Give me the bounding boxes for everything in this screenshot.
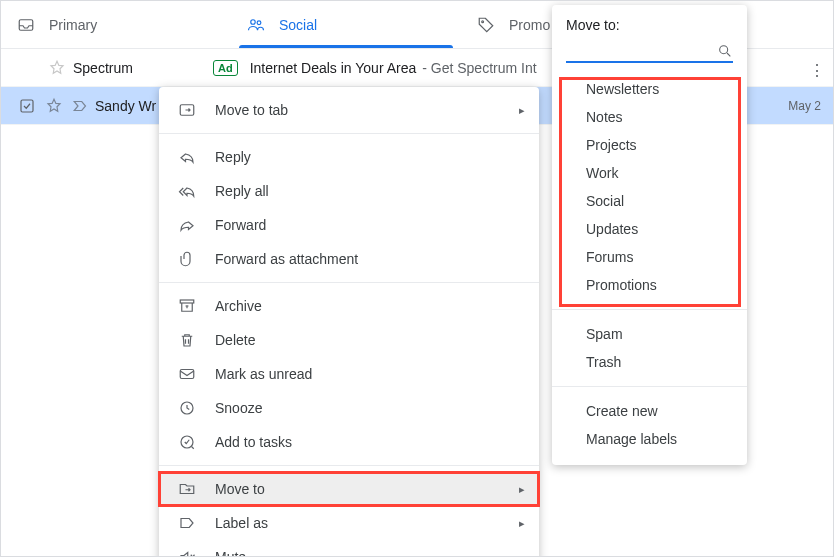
task-icon: [177, 432, 197, 452]
moveto-spam[interactable]: Spam: [552, 320, 747, 348]
moveto-item[interactable]: Work: [552, 159, 747, 187]
menu-label: Move to: [215, 481, 265, 497]
moveto-label-list: Newsletters Notes Projects Work Social U…: [552, 71, 747, 303]
moveto-manage-labels[interactable]: Manage labels: [552, 425, 747, 453]
moveto-item[interactable]: Forums: [552, 243, 747, 271]
svg-rect-7: [180, 370, 194, 379]
svg-point-3: [482, 20, 484, 22]
separator: [159, 133, 539, 134]
svg-rect-6: [180, 300, 194, 303]
separator: [159, 282, 539, 283]
separator: [552, 386, 747, 387]
subject: Internet Deals in Your Area: [250, 60, 417, 76]
menu-label: Forward as attachment: [215, 251, 358, 267]
svg-point-2: [257, 20, 261, 24]
tab-label: Primary: [49, 17, 97, 33]
menu-label: Mark as unread: [215, 366, 312, 382]
star-icon[interactable]: [41, 59, 73, 77]
moveto-search-input[interactable]: [566, 41, 733, 63]
tab-primary[interactable]: Primary: [1, 1, 231, 48]
menu-label: Label as: [215, 515, 268, 531]
snippet: - Get Spectrum Int: [422, 60, 536, 76]
chevron-right-icon: ▸: [519, 483, 525, 496]
label-icon: [177, 513, 197, 533]
moveto-panel: Move to: Newsletters Notes Projects Work…: [552, 5, 747, 465]
chevron-right-icon: ▸: [519, 104, 525, 117]
tag-icon: [477, 16, 495, 34]
ad-badge: Ad: [213, 60, 238, 76]
moveto-item[interactable]: Notes: [552, 103, 747, 131]
menu-label: Reply: [215, 149, 251, 165]
moveto-item[interactable]: Social: [552, 187, 747, 215]
mute-icon: [177, 547, 197, 557]
separator: [159, 465, 539, 466]
menu-forward[interactable]: Forward: [159, 208, 539, 242]
menu-move-to[interactable]: Move to ▸: [159, 472, 539, 506]
menu-label: Move to tab: [215, 102, 288, 118]
moveto-item[interactable]: Promotions: [552, 271, 747, 299]
delete-icon: [177, 330, 197, 350]
separator: [552, 309, 747, 310]
search-icon: [717, 43, 733, 59]
forward-icon: [177, 215, 197, 235]
moveto-title-text: Move to:: [566, 17, 620, 33]
chevron-right-icon: ▸: [519, 517, 525, 530]
menu-delete[interactable]: Delete: [159, 323, 539, 357]
archive-icon: [177, 296, 197, 316]
menu-label: Snooze: [215, 400, 262, 416]
menu-snooze[interactable]: Snooze: [159, 391, 539, 425]
menu-label: Archive: [215, 298, 262, 314]
moveto-item[interactable]: Updates: [552, 215, 747, 243]
menu-move-to-tab[interactable]: Move to tab ▸: [159, 93, 539, 127]
moveto-item[interactable]: Newsletters: [552, 75, 747, 103]
menu-archive[interactable]: Archive: [159, 289, 539, 323]
moveto-trash[interactable]: Trash: [552, 348, 747, 376]
move-to-icon: [177, 479, 197, 499]
tab-label: Promo: [509, 17, 550, 33]
move-to-tab-icon: [177, 100, 197, 120]
moveto-create-new[interactable]: Create new: [552, 397, 747, 425]
attachment-icon: [177, 249, 197, 269]
people-icon: [247, 16, 265, 34]
menu-reply[interactable]: Reply: [159, 140, 539, 174]
menu-mute[interactable]: Mute: [159, 540, 539, 557]
mail-icon: [177, 364, 197, 384]
importance-icon[interactable]: [67, 97, 95, 115]
tab-social[interactable]: Social: [231, 1, 461, 48]
menu-mark-unread[interactable]: Mark as unread: [159, 357, 539, 391]
reply-all-icon: [177, 181, 197, 201]
more-icon[interactable]: ⋮: [809, 61, 825, 80]
tab-label: Social: [279, 17, 317, 33]
clock-icon: [177, 398, 197, 418]
svg-point-1: [251, 19, 256, 24]
svg-rect-4: [21, 100, 33, 112]
date: May 2: [788, 99, 821, 113]
moveto-item[interactable]: Projects: [552, 131, 747, 159]
moveto-system-list: Spam Trash: [552, 316, 747, 380]
menu-add-tasks[interactable]: Add to tasks: [159, 425, 539, 459]
menu-forward-attachment[interactable]: Forward as attachment: [159, 242, 539, 276]
menu-label-as[interactable]: Label as ▸: [159, 506, 539, 540]
moveto-title: Move to:: [552, 13, 747, 39]
menu-label: Forward: [215, 217, 266, 233]
svg-rect-0: [19, 19, 33, 30]
inbox-icon: [17, 16, 35, 34]
star-icon[interactable]: [41, 97, 67, 115]
context-menu: Move to tab ▸ Reply Reply all Forward Fo…: [159, 87, 539, 557]
sender: Spectrum: [73, 60, 213, 76]
moveto-actions-list: Create new Manage labels: [552, 393, 747, 457]
checkbox-checked-icon[interactable]: [13, 97, 41, 115]
reply-icon: [177, 147, 197, 167]
menu-reply-all[interactable]: Reply all: [159, 174, 539, 208]
menu-label: Reply all: [215, 183, 269, 199]
menu-label: Mute: [215, 549, 246, 557]
menu-label: Add to tasks: [215, 434, 292, 450]
menu-label: Delete: [215, 332, 255, 348]
svg-point-11: [720, 46, 728, 54]
